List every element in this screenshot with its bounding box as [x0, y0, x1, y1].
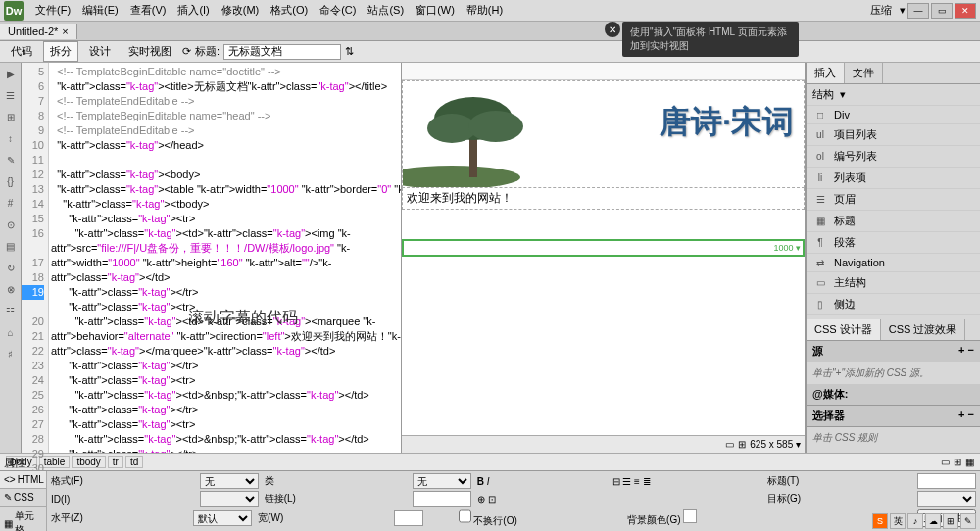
tool-icon[interactable]: ⊙ [0, 214, 21, 235]
refresh-icon[interactable]: ⟳ [182, 45, 191, 58]
insert-item[interactable]: ▦标题 [807, 211, 980, 232]
tool-icon[interactable]: ▤ [0, 235, 21, 257]
document-tab-label: Untitled-2* [8, 25, 58, 37]
menu-item[interactable]: 插入(I) [172, 2, 215, 18]
selected-cell-outline[interactable] [402, 239, 805, 257]
toolbar-overflow-icon[interactable]: ⇅ [345, 45, 354, 58]
zoom-display[interactable]: 625 x 585 ▾ [750, 439, 801, 450]
tray-icon[interactable]: ♪ [907, 513, 923, 529]
menu-item[interactable]: 文件(F) [29, 2, 76, 18]
device-icon[interactable]: ▭ [941, 457, 950, 467]
tab-files[interactable]: 文件 [845, 63, 883, 83]
tool-icon[interactable]: {} [0, 170, 21, 192]
menu-item[interactable]: 格式(O) [265, 2, 314, 18]
document-tab[interactable]: Untitled-2* × [0, 24, 77, 39]
horiz-select[interactable]: 默认 [193, 510, 252, 526]
banner-image: 唐诗·宋词 [402, 80, 805, 188]
tab-insert[interactable]: 插入 [807, 63, 845, 83]
ime-icon[interactable]: S [872, 513, 888, 529]
device-icon[interactable]: ▦ [965, 457, 974, 467]
view-design-button[interactable]: 设计 [82, 41, 118, 62]
insert-item[interactable]: □Div [807, 106, 980, 124]
view-toolbar: 代码 拆分 设计 实时视图 ⟳ 标题: ⇅ [0, 41, 980, 63]
breadcrumb-tag[interactable]: tr [108, 456, 123, 468]
tab-css-transitions[interactable]: CSS 过渡效果 [881, 319, 966, 340]
lang-indicator[interactable]: 英 [890, 513, 906, 529]
tool-icon[interactable]: # [0, 192, 21, 214]
insert-category[interactable]: 结构 ▾ [807, 84, 980, 106]
doc-title-input[interactable] [223, 44, 341, 60]
view-split-button[interactable]: 拆分 [43, 41, 78, 62]
css-panel-tabs: CSS 设计器 CSS 过渡效果 [807, 319, 980, 341]
tray-icon[interactable]: ☁ [925, 513, 941, 529]
device-icon[interactable]: ⊞ [954, 457, 961, 467]
title-input[interactable] [917, 473, 976, 489]
insert-item[interactable]: ul项目列表 [807, 124, 980, 146]
svg-point-4 [468, 111, 523, 142]
insert-item[interactable]: ⇄Navigation [807, 254, 980, 272]
insert-item[interactable]: ¶段落 [807, 232, 980, 254]
link-input[interactable] [413, 491, 471, 507]
add-icon[interactable]: + − [958, 409, 974, 423]
main-area: ▶ ☰ ⊞ ↕ ✎ {} # ⊙ ▤ ↻ ⊗ ☷ ⌂ ♯ 56789101112… [0, 63, 980, 453]
add-icon[interactable]: + − [958, 344, 974, 359]
insert-item[interactable]: ol编号列表 [807, 146, 980, 168]
tool-icon[interactable]: ⊞ [0, 106, 21, 127]
document-tabbar: Untitled-2* × [0, 22, 980, 41]
preview-body[interactable]: 唐诗·宋词 欢迎来到我的网站！ [402, 80, 805, 435]
tool-icon[interactable]: ↻ [0, 257, 21, 278]
insert-item[interactable]: ☰页眉 [807, 189, 980, 211]
menu-item[interactable]: 修改(M) [216, 2, 266, 18]
close-icon[interactable]: ✕ [605, 22, 620, 37]
class-select[interactable]: 无 [413, 473, 471, 489]
menu-item[interactable]: 帮助(H) [461, 2, 509, 18]
menu-item[interactable]: 站点(S) [362, 2, 410, 18]
tree-art-icon [403, 89, 579, 187]
props-html-tab[interactable]: <> HTML [0, 471, 46, 489]
css-selectors-note: 单击 CSS 规则 [807, 427, 980, 449]
insert-item[interactable]: ▯侧边 [807, 294, 980, 315]
tool-icon[interactable]: ▶ [0, 63, 21, 84]
window-restore-button[interactable]: ▭ [931, 3, 953, 19]
compress-menu[interactable]: 压缩 [864, 1, 898, 20]
view-live-button[interactable]: 实时视图 [122, 41, 178, 62]
tool-icon[interactable]: ⊗ [0, 278, 21, 300]
tool-icon[interactable]: ☷ [0, 300, 21, 321]
code-editor[interactable]: <!-- TemplateBeginEditable name="doctitl… [49, 63, 401, 453]
menu-item[interactable]: 查看(V) [124, 2, 172, 18]
breadcrumb-tag[interactable]: tbody [72, 456, 105, 468]
tab-css-designer[interactable]: CSS 设计器 [807, 319, 881, 340]
id-select[interactable] [200, 491, 259, 507]
format-select[interactable]: 无 [200, 473, 259, 489]
tray-icon[interactable]: ✎ [960, 513, 976, 529]
target-select[interactable] [917, 491, 976, 507]
tool-icon[interactable]: ↕ [0, 127, 21, 149]
menu-item[interactable]: 编辑(E) [76, 2, 124, 18]
close-icon[interactable]: × [62, 25, 68, 37]
annotation-label: 滚动字幕的代码 [188, 308, 298, 328]
tray-icon[interactable]: ⊞ [943, 513, 958, 529]
compress-dropdown-icon[interactable]: ▾ [900, 4, 906, 17]
menu-item[interactable]: 窗口(W) [410, 2, 461, 18]
tool-icon[interactable]: ☰ [0, 84, 21, 106]
menu-item[interactable]: 命令(C) [314, 2, 362, 18]
tag-breadcrumb: bodytabletbodytrtd ▭ ⊞ ▦ [0, 453, 980, 470]
width-input[interactable] [394, 510, 423, 526]
props-css-tab[interactable]: ✎ CSS [0, 489, 46, 507]
tool-icon[interactable]: ✎ [0, 149, 21, 170]
window-minimize-button[interactable]: — [907, 3, 929, 19]
view-code-button[interactable]: 代码 [4, 41, 39, 62]
svg-point-0 [403, 166, 520, 187]
breadcrumb-tag[interactable]: td [125, 456, 143, 468]
app-window: Dw 文件(F)编辑(E)查看(V)插入(I)修改(M)格式(O)命令(C)站点… [0, 0, 980, 531]
insert-item[interactable]: li列表项 [807, 168, 980, 189]
preview-statusbar: ▭ ⊞ 625 x 585 ▾ [402, 435, 805, 453]
window-close-button[interactable]: ✕ [955, 3, 976, 19]
tool-icon[interactable]: ♯ [0, 343, 21, 364]
insert-item[interactable]: ▭主结构 [807, 272, 980, 294]
code-toolbar: ▶ ☰ ⊞ ↕ ✎ {} # ⊙ ▤ ↻ ⊗ ☷ ⌂ ♯ [0, 63, 22, 453]
props-cell-tab[interactable]: ▦ 单元格 [0, 507, 46, 531]
tool-icon[interactable]: ⌂ [0, 321, 21, 343]
viewport-icon[interactable]: ▭ [725, 439, 734, 450]
grid-icon[interactable]: ⊞ [738, 439, 746, 450]
